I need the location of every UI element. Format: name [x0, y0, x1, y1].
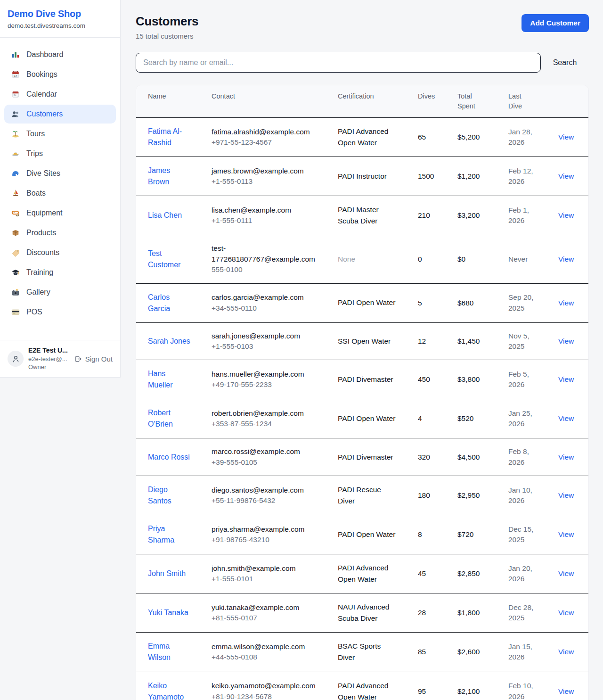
customer-name-link[interactable]: Keiko Yamamoto — [148, 680, 190, 700]
column-header-contact: Contact — [206, 85, 332, 118]
user-info: E2E Test U... e2e-tester@... Owner — [28, 346, 68, 371]
customer-email: emma.wilson@example.com — [212, 642, 321, 652]
view-customer-link[interactable]: View — [558, 133, 574, 141]
customer-name-link[interactable]: Hans Mueller — [148, 368, 190, 391]
customer-total-spent: $3,200 — [452, 196, 503, 235]
sidebar-item-dashboard[interactable]: Dashboard — [4, 45, 116, 64]
customer-certification: PADI Master Scuba Diver — [338, 204, 398, 227]
customer-last-dive: Feb 10, 2026 — [508, 681, 542, 700]
customer-name-link[interactable]: Sarah Jones — [148, 336, 190, 347]
customer-email: fatima.alrashid@example.com — [212, 127, 321, 137]
sidebar-item-trips[interactable]: Trips — [4, 144, 116, 163]
customer-certification: BSAC Sports Diver — [338, 641, 398, 663]
customer-name-link[interactable]: Yuki Tanaka — [148, 607, 188, 618]
view-customer-link[interactable]: View — [558, 687, 574, 695]
sidebar-item-customers[interactable]: Customers — [4, 105, 116, 124]
customer-name-link[interactable]: Marco Rossi — [148, 452, 190, 463]
sidebar-item-dive-sites[interactable]: Dive Sites — [4, 164, 116, 183]
view-customer-link[interactable]: View — [558, 414, 574, 422]
customer-phone: +1-555-0113 — [212, 176, 326, 187]
customer-phone: +971-55-123-4567 — [212, 137, 326, 148]
customer-last-dive: Feb 8, 2026 — [508, 446, 542, 468]
view-customer-link[interactable]: View — [558, 255, 574, 263]
customer-email: james.brown@example.com — [212, 166, 321, 176]
view-customer-link[interactable]: View — [558, 530, 574, 538]
sidebar-item-discounts[interactable]: Discounts — [4, 243, 116, 262]
customer-phone: +34-555-0110 — [212, 303, 326, 313]
sidebar-item-training[interactable]: Training — [4, 263, 116, 282]
sidebar-item-boats[interactable]: Boats — [4, 184, 116, 203]
search-row: Search — [136, 53, 589, 73]
customer-name-link[interactable]: Robert O'Brien — [148, 407, 190, 430]
customer-name-link[interactable]: Diego Santos — [148, 484, 190, 507]
sidebar-item-gallery[interactable]: Gallery — [4, 283, 116, 302]
customer-certification: PADI Advanced Open Water — [338, 126, 398, 148]
search-button[interactable]: Search — [541, 58, 589, 67]
view-customer-link[interactable]: View — [558, 375, 574, 383]
column-header-total-spent: Total Spent — [452, 85, 503, 118]
sidebar-header: Demo Dive Shop demo.test.divestreams.com — [0, 0, 120, 38]
shop-name-link[interactable]: Demo Dive Shop — [8, 8, 113, 19]
customer-certification: PADI Open Water — [338, 297, 395, 308]
customer-email: john.smith@example.com — [212, 563, 321, 574]
customer-name-link[interactable]: John Smith — [148, 568, 186, 579]
add-customer-button[interactable]: Add Customer — [522, 14, 589, 32]
sidebar-item-products[interactable]: Products — [4, 223, 116, 242]
view-customer-link[interactable]: View — [558, 491, 574, 499]
view-customer-link[interactable]: View — [558, 609, 574, 617]
customer-table-body: Fatima Al-Rashidfatima.alrashid@example.… — [136, 118, 588, 700]
customer-name-link[interactable]: Lisa Chen — [148, 210, 182, 221]
sidebar-item-pos[interactable]: POS — [4, 303, 116, 321]
sidebar-item-label: Products — [26, 229, 56, 237]
table-row: Keiko Yamamotokeiko.yamamoto@example.com… — [136, 672, 588, 700]
avatar — [8, 351, 24, 367]
view-customer-link[interactable]: View — [558, 299, 574, 307]
customer-name-link[interactable]: James Brown — [148, 165, 190, 188]
view-customer-link[interactable]: View — [558, 211, 574, 219]
customer-email: carlos.garcia@example.com — [212, 292, 321, 303]
view-customer-link[interactable]: View — [558, 569, 574, 577]
customer-certification: PADI Divemaster — [338, 374, 393, 385]
diving-mask-icon — [11, 208, 20, 218]
table-row: Carlos Garciacarlos.garcia@example.com+3… — [136, 283, 588, 322]
sailboat-icon — [11, 189, 20, 198]
customer-certification: PADI Instructor — [338, 171, 387, 182]
user-section: E2E Test U... e2e-tester@... Owner Sign … — [0, 340, 120, 377]
customer-email: robert.obrien@example.com — [212, 408, 321, 419]
customer-last-dive: Jan 10, 2026 — [508, 485, 542, 506]
customer-total-spent: $5,200 — [452, 118, 503, 157]
view-customer-link[interactable]: View — [558, 453, 574, 461]
customer-dives: 450 — [412, 360, 452, 399]
customer-name-link[interactable]: Carlos Garcia — [148, 292, 190, 314]
customer-name-link[interactable]: Priya Sharma — [148, 523, 190, 546]
customer-total-spent: $1,450 — [452, 322, 503, 360]
customer-last-dive: Jan 20, 2026 — [508, 563, 542, 585]
table-row: John Smithjohn.smith@example.com+1-555-0… — [136, 554, 588, 593]
user-name: E2E Test U... — [28, 346, 68, 355]
customer-email: diego.santos@example.com — [212, 485, 321, 495]
table-row: Robert O'Brienrobert.obrien@example.com+… — [136, 399, 588, 438]
sidebar-item-equipment[interactable]: Equipment — [4, 204, 116, 222]
customer-last-dive: Feb 12, 2026 — [508, 166, 542, 187]
customer-dives: 5 — [412, 283, 452, 322]
view-customer-link[interactable]: View — [558, 337, 574, 345]
desert-island-icon — [11, 129, 20, 139]
view-customer-link[interactable]: View — [558, 172, 574, 180]
customer-certification: PADI Open Water — [338, 413, 395, 424]
sidebar-item-calendar[interactable]: Calendar — [4, 85, 116, 104]
customer-name-link[interactable]: Fatima Al-Rashid — [148, 126, 190, 148]
column-header-last-dive: Last Dive — [503, 85, 553, 118]
customer-name-link[interactable]: Test Customer — [148, 248, 190, 271]
sidebar-nav: Dashboard17BookingsCalendarCustomersTour… — [0, 38, 120, 326]
customer-total-spent: $2,950 — [452, 476, 503, 515]
search-input[interactable] — [136, 53, 541, 73]
sidebar-item-tours[interactable]: Tours — [4, 124, 116, 143]
customer-name-link[interactable]: Emma Wilson — [148, 641, 190, 663]
customer-phone: +81-90-1234-5678 — [212, 692, 326, 700]
customer-email: keiko.yamamoto@example.com — [212, 681, 321, 691]
view-customer-link[interactable]: View — [558, 648, 574, 656]
sidebar-item-bookings[interactable]: 17Bookings — [4, 65, 116, 84]
customer-email: test-1772681807767@example.com — [212, 243, 321, 264]
customer-dives: 180 — [412, 476, 452, 515]
sign-out-button[interactable]: Sign Out — [74, 355, 113, 363]
